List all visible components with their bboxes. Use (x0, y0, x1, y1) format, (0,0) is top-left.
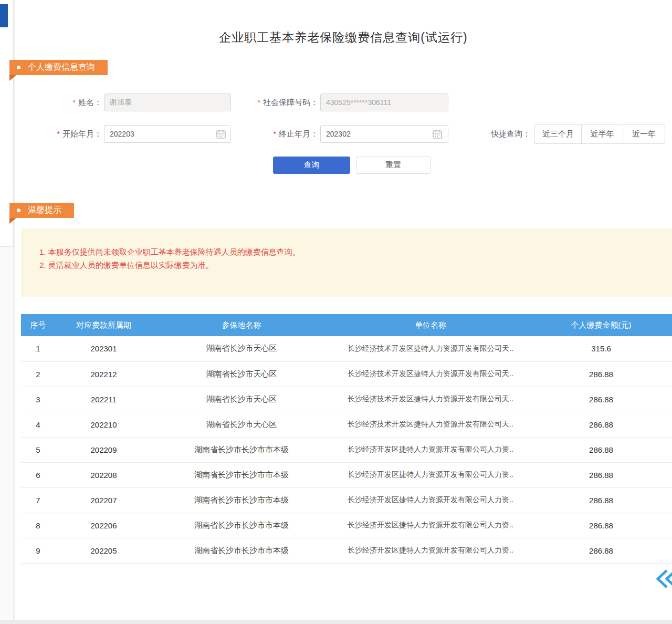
table-row: 2202212湖南省长沙市天心区长沙经济技术开发区捷特人力资源开发有限公司天..… (21, 361, 672, 387)
table-cell: 长沙经济开发区捷特人力资源开发有限公司人力资.. (331, 513, 530, 538)
table-cell: 286.88 (530, 412, 672, 437)
query-button[interactable]: 查询 (273, 157, 350, 174)
table-row: 3202211湖南省长沙市天心区长沙经济技术开发区捷特人力资源开发有限公司天..… (21, 387, 672, 412)
table-header-cell: 个人缴费金额(元) (530, 314, 672, 336)
name-input[interactable] (104, 93, 231, 111)
table-cell: 湖南省长沙市天心区 (152, 387, 331, 412)
payment-table-body: 1202301湖南省长沙市天心区长沙经济技术开发区捷特人力资源开发有限公司天..… (21, 336, 672, 563)
table-cell: 1 (21, 336, 55, 361)
section-badge-personal-query: 个人缴费信息查询 (9, 60, 108, 75)
table-cell: 202301 (55, 336, 152, 361)
table-cell: 286.88 (530, 462, 672, 487)
calendar-icon[interactable] (432, 129, 443, 139)
quick-query-group: 近三个月 近半年 近一年 (534, 124, 665, 144)
table-cell: 5 (21, 437, 55, 462)
table-cell: 286.88 (530, 361, 672, 387)
start-month-label: *开始年月： (46, 125, 102, 143)
table-row: 4202210湖南省长沙市天心区长沙经济技术开发区捷特人力资源开发有限公司天..… (21, 412, 672, 437)
table-cell: 202210 (55, 412, 152, 437)
bottom-strip (0, 620, 672, 624)
table-cell: 202207 (55, 487, 152, 513)
table-cell: 202212 (55, 361, 152, 387)
table-cell: 湖南省长沙市长沙市市本级 (152, 462, 331, 487)
name-label: *姓名： (46, 93, 102, 111)
main-card: 企业职工基本养老保险缴费信息查询(试运行) *姓名： *社会保障号码： *开始年… (15, 0, 672, 620)
quick-query-label: 快捷查询： (477, 125, 530, 143)
table-cell: 202208 (55, 462, 152, 487)
section-badge-tips: 温馨提示 (9, 203, 74, 218)
section-badge-label: 个人缴费信息查询 (28, 62, 95, 73)
table-cell: 202206 (55, 513, 152, 538)
table-cell: 315.6 (530, 336, 672, 361)
table-cell: 8 (21, 513, 55, 538)
table-cell: 湖南省长沙市天心区 (152, 412, 331, 437)
table-cell: 长沙经济开发区捷特人力资源开发有限公司人力资.. (331, 538, 530, 563)
table-row: 1202301湖南省长沙市天心区长沙经济技术开发区捷特人力资源开发有限公司天..… (21, 336, 672, 361)
table-cell: 长沙经济技术开发区捷特人力资源开发有限公司天.. (331, 412, 530, 437)
page: 企业职工基本养老保险缴费信息查询(试运行) *姓名： *社会保障号码： *开始年… (0, 0, 672, 624)
start-month-input[interactable] (104, 125, 231, 143)
table-cell: 长沙经济技术开发区捷特人力资源开发有限公司天.. (331, 336, 530, 361)
page-title: 企业职工基本养老保险缴费信息查询(试运行) (15, 29, 672, 46)
ssn-label: *社会保障号码： (240, 93, 318, 111)
table-cell: 长沙经济开发区捷特人力资源开发有限公司人力资.. (331, 487, 530, 513)
table-cell: 2 (21, 361, 55, 387)
table-cell: 3 (21, 387, 55, 412)
table-cell: 长沙经济技术开发区捷特人力资源开发有限公司天.. (331, 361, 530, 387)
table-cell: 202211 (55, 387, 152, 412)
table-cell: 7 (21, 487, 55, 513)
ssn-input[interactable] (320, 93, 448, 111)
calendar-icon[interactable] (216, 129, 226, 139)
table-cell: 286.88 (530, 513, 672, 538)
table-cell: 6 (21, 462, 55, 487)
required-asterisk: * (57, 130, 60, 138)
table-header-row: 序号对应费款所属期参保地名称单位名称个人缴费金额(元) (21, 314, 672, 336)
required-asterisk: * (274, 130, 276, 138)
quick-btn-3months[interactable]: 近三个月 (534, 124, 582, 144)
table-row: 7202207湖南省长沙市长沙市市本级长沙经济开发区捷特人力资源开发有限公司人力… (21, 487, 672, 513)
table-cell: 4 (21, 412, 55, 437)
quick-btn-halfyear[interactable]: 近半年 (581, 124, 623, 144)
tips-box: 1. 本服务仅提供尚未领取企业职工基本养老保险待遇人员的缴费信息查询。 2. 灵… (21, 228, 672, 297)
table-cell: 长沙经济开发区捷特人力资源开发有限公司人力资.. (331, 437, 530, 462)
table-row: 8202206湖南省长沙市长沙市市本级长沙经济开发区捷特人力资源开发有限公司人力… (21, 513, 672, 538)
double-chevron-left-icon[interactable] (654, 568, 672, 589)
tip-line: 2. 灵活就业人员的缴费单位信息以实际缴费为准。 (39, 258, 662, 272)
table-row: 6202208湖南省长沙市长沙市市本级长沙经济开发区捷特人力资源开发有限公司人力… (21, 462, 672, 487)
table-header-cell: 序号 (21, 314, 55, 336)
required-asterisk: * (73, 98, 76, 107)
table-cell: 286.88 (530, 387, 672, 412)
table-cell: 湖南省长沙市天心区 (152, 336, 331, 361)
table-cell: 202205 (55, 538, 152, 563)
bullet-icon (17, 209, 20, 212)
table-cell: 湖南省长沙市长沙市市本级 (152, 538, 331, 563)
table-header-cell: 对应费款所属期 (55, 314, 152, 336)
table-cell: 286.88 (530, 487, 672, 513)
table-row: 5202209湖南省长沙市长沙市市本级长沙经济开发区捷特人力资源开发有限公司人力… (21, 437, 672, 462)
table-row: 9202205湖南省长沙市长沙市市本级长沙经济开发区捷特人力资源开发有限公司人力… (21, 538, 672, 563)
end-month-label: *终止年月： (240, 125, 318, 143)
tip-line: 1. 本服务仅提供尚未领取企业职工基本养老保险待遇人员的缴费信息查询。 (39, 245, 662, 258)
table-cell: 长沙经济技术开发区捷特人力资源开发有限公司天.. (331, 387, 530, 412)
table-cell: 湖南省长沙市长沙市市本级 (152, 513, 331, 538)
reset-button[interactable]: 重置 (356, 157, 430, 174)
table-cell: 湖南省长沙市天心区 (152, 361, 331, 387)
table-cell: 湖南省长沙市长沙市市本级 (152, 487, 331, 513)
table-cell: 202209 (55, 437, 152, 462)
table-cell: 286.88 (530, 538, 672, 563)
table-cell: 286.88 (530, 437, 672, 462)
collapsed-nav-tab[interactable] (0, 4, 8, 27)
table-header-cell: 参保地名称 (152, 314, 331, 336)
required-asterisk: * (258, 98, 260, 107)
end-month-input[interactable] (320, 125, 448, 143)
section-badge-label: 温馨提示 (28, 205, 61, 216)
quick-btn-oneyear[interactable]: 近一年 (623, 124, 665, 144)
table-cell: 9 (21, 538, 55, 563)
table-cell: 长沙经济开发区捷特人力资源开发有限公司人力资.. (331, 462, 530, 487)
payment-table: 序号对应费款所属期参保地名称单位名称个人缴费金额(元) 1202301湖南省长沙… (21, 314, 672, 564)
table-header-cell: 单位名称 (331, 314, 530, 336)
table-cell: 湖南省长沙市长沙市市本级 (152, 437, 331, 462)
bullet-icon (17, 66, 20, 69)
